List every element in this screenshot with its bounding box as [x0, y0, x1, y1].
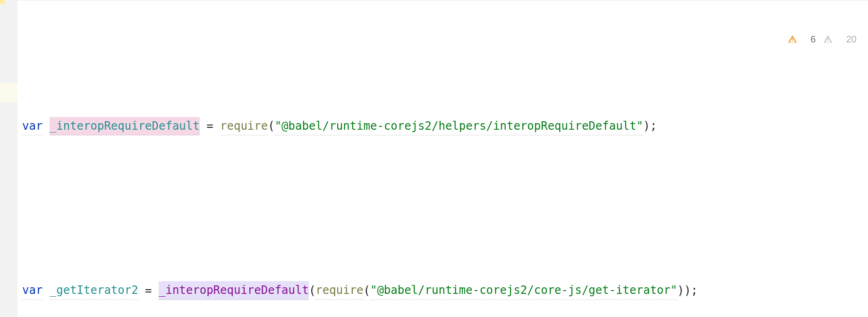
inspection-warnings[interactable]: 6: [788, 4, 816, 74]
inspection-widget[interactable]: 6 20: [788, 4, 857, 74]
warning-icon: [788, 4, 808, 74]
fn-require: require: [315, 281, 363, 300]
ident-getIterator2-decl: _getIterator2: [50, 281, 138, 300]
keyword-var: var: [22, 117, 43, 135]
code-line[interactable]: var _getIterator2 = _interopRequireDefau…: [21, 281, 868, 300]
blank-line: [21, 190, 868, 209]
gutter-top-marker: [0, 0, 5, 4]
string-literal: "@babel/runtime-corejs2/helpers/interopR…: [275, 117, 643, 135]
inspection-warnings-count: 6: [810, 32, 816, 47]
fn-require: require: [220, 117, 268, 135]
ident-interopRequireDefault-decl: _interopRequireDefault: [50, 117, 200, 135]
keyword-var: var: [22, 281, 43, 300]
gutter-current-line: [0, 83, 17, 102]
code-line[interactable]: var _interopRequireDefault = require("@b…: [21, 117, 868, 135]
code-editor[interactable]: 6 20 var _interopRequireDefault = requir…: [17, 0, 868, 317]
inspection-weak-count: 20: [846, 32, 857, 47]
inspection-weak[interactable]: 20: [823, 4, 857, 74]
editor-gutter: [0, 0, 17, 317]
ident-interopRequireDefault-ref: _interopRequireDefault: [159, 281, 309, 300]
svg-rect-0: [792, 38, 793, 40]
svg-rect-3: [827, 41, 828, 42]
svg-rect-1: [792, 41, 793, 42]
string-literal: "@babel/runtime-corejs2/core-js/get-iter…: [370, 281, 677, 300]
svg-rect-2: [827, 38, 828, 40]
weak-warning-icon: [823, 4, 844, 74]
